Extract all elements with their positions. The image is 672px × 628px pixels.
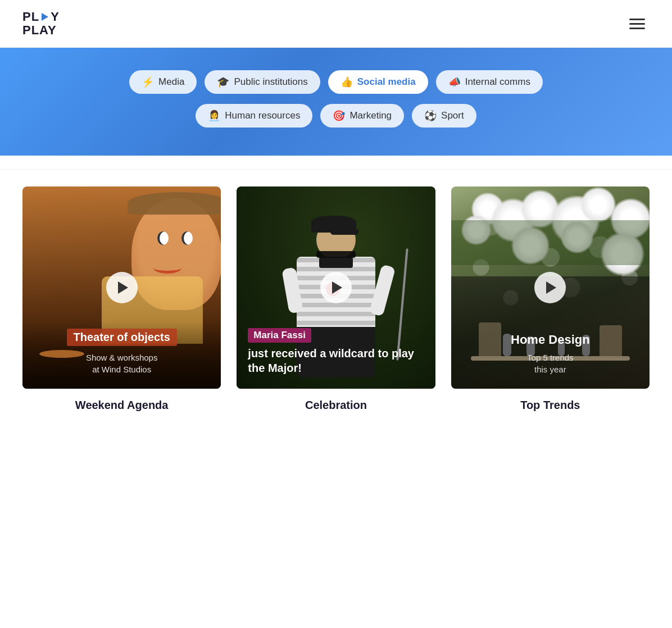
card-2-name-badge: Maria Fassi xyxy=(248,328,311,343)
card-2-label: Celebration xyxy=(237,389,435,417)
hamburger-line1 xyxy=(629,19,645,20)
filter-label-marketing: Marketing xyxy=(349,110,392,121)
card-2-sunglasses xyxy=(316,251,356,258)
card-1-eye-right xyxy=(181,231,193,245)
filter-label-media: Media xyxy=(158,76,184,88)
hamburger-menu[interactable] xyxy=(625,14,650,34)
cards-section: Theater of objects Show & workshops at W… xyxy=(0,170,672,440)
card-1-subtitle: Show & workshops at Wind Studios xyxy=(34,352,210,375)
filter-label-public-institutions: Public institutions xyxy=(234,76,307,88)
card-2-play-button[interactable] xyxy=(320,272,352,303)
logo-triangle-icon xyxy=(42,13,48,21)
card-3-thumbnail[interactable]: Home Design Top 5 trends this year xyxy=(451,186,650,389)
social-media-emoji: 👍 xyxy=(340,76,353,88)
card-3-title: Home Design xyxy=(462,333,638,347)
card-1-title-badge: Theater of objects xyxy=(67,329,177,346)
filter-row-1: ⚡ Media 🎓 Public institutions 👍 Social m… xyxy=(129,70,543,94)
subtitle-strip xyxy=(0,156,672,170)
filter-label-internal-comms: Internal comms xyxy=(465,76,530,88)
human-resources-emoji: 👩‍💼 xyxy=(208,110,220,122)
card-top-trends: Home Design Top 5 trends this year Top T… xyxy=(451,186,650,417)
filter-row-2: 👩‍💼 Human resources 🎯 Marketing ⚽ Sport xyxy=(196,104,476,128)
internal-comms-emoji: 📣 xyxy=(448,76,461,88)
card-1-label: Weekend Agenda xyxy=(22,389,221,417)
filter-pill-social-media[interactable]: 👍 Social media xyxy=(328,70,428,94)
filter-section: ⚡ Media 🎓 Public institutions 👍 Social m… xyxy=(0,48,672,156)
card-1-thumbnail[interactable]: Theater of objects Show & workshops at W… xyxy=(22,186,221,389)
marketing-emoji: 🎯 xyxy=(333,110,345,122)
logo-text-y: Y xyxy=(51,10,60,24)
hamburger-line3 xyxy=(629,28,645,29)
card-1-hat xyxy=(128,192,221,215)
card-2-overlay: Maria Fassi just received a wildcard to … xyxy=(237,317,435,389)
filter-pill-public-institutions[interactable]: 🎓 Public institutions xyxy=(205,70,320,94)
filter-label-sport: Sport xyxy=(441,110,464,121)
cards-grid: Theater of objects Show & workshops at W… xyxy=(22,186,650,417)
logo-text-play2: PLAY xyxy=(22,24,60,37)
filter-pill-internal-comms[interactable]: 📣 Internal comms xyxy=(436,70,543,94)
filter-pill-human-resources[interactable]: 👩‍💼 Human resources xyxy=(196,104,312,128)
card-2-thumbnail[interactable]: Maria Fassi just received a wildcard to … xyxy=(237,186,435,389)
card-weekend-agenda: Theater of objects Show & workshops at W… xyxy=(22,186,221,417)
filter-pill-marketing[interactable]: 🎯 Marketing xyxy=(320,104,404,128)
card-3-label: Top Trends xyxy=(451,389,650,417)
hamburger-line2 xyxy=(629,23,645,25)
logo[interactable]: PL Y PLAY xyxy=(22,10,60,37)
logo-text-play: PL xyxy=(22,10,39,24)
filter-label-social-media: Social media xyxy=(357,76,416,88)
filter-label-human-resources: Human resources xyxy=(225,110,300,121)
public-institutions-emoji: 🎓 xyxy=(217,76,229,88)
header: PL Y PLAY xyxy=(0,0,672,48)
card-3-play-button[interactable] xyxy=(534,272,566,303)
card-1-overlay: Theater of objects Show & workshops at W… xyxy=(22,317,221,389)
card-3-subtitle: Top 5 trends this year xyxy=(462,352,638,375)
media-emoji: ⚡ xyxy=(142,76,154,88)
filter-pill-sport[interactable]: ⚽ Sport xyxy=(412,104,476,128)
card-3-overlay: Home Design Top 5 trends this year xyxy=(451,321,650,389)
card-celebration: Maria Fassi just received a wildcard to … xyxy=(237,186,435,417)
card-2-description: just received a wildcard to play the Maj… xyxy=(248,346,424,375)
sport-emoji: ⚽ xyxy=(424,110,437,122)
filter-pill-media[interactable]: ⚡ Media xyxy=(129,70,197,94)
card-1-play-button[interactable] xyxy=(106,272,138,303)
